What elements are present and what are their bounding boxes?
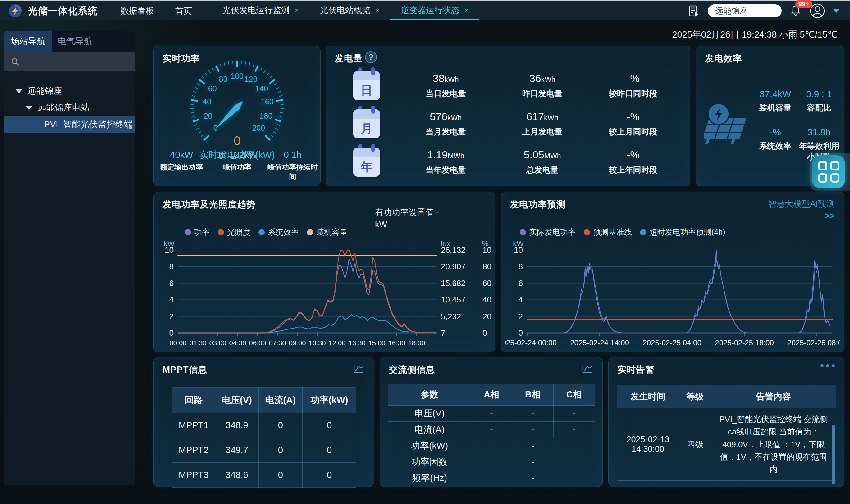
report-icon[interactable] [687, 5, 700, 17]
svg-text:0: 0 [213, 124, 218, 132]
panel-title: 发电功率预测 [510, 198, 566, 211]
svg-text:20: 20 [482, 312, 491, 321]
tree-caret-icon[interactable] [25, 106, 32, 110]
top-menu-item-1[interactable]: 首页 [165, 1, 202, 20]
svg-text:2025-02-24 14:00: 2025-02-24 14:00 [570, 339, 629, 347]
efficiency-grid: 37.4kW装机容量0.9 : 1容配比-%系统效率31.9h年等效利用小时数 [754, 89, 841, 162]
tab-close-icon[interactable]: × [375, 6, 379, 15]
svg-text:10,457: 10,457 [441, 295, 466, 304]
notifications[interactable]: 99+ [790, 4, 801, 17]
svg-text:40: 40 [482, 295, 491, 304]
legend-item[interactable]: 装机容量 [307, 227, 347, 237]
svg-text:07:30: 07:30 [269, 339, 286, 347]
tree-item-0[interactable]: 远能锦座 [4, 83, 135, 100]
ac-row: 功率因数- [388, 454, 595, 470]
ac-row: 电压(V)--- [388, 406, 595, 422]
apps-grid-icon [818, 161, 839, 183]
alarms-more-icon[interactable] [820, 364, 835, 367]
active-power-setpoint: 有功功率设置值 - kW [375, 206, 439, 231]
legend-item[interactable]: 光照度 [218, 227, 250, 237]
tree-item-1[interactable]: 远能锦座电站 [4, 100, 135, 116]
svg-text:5,232: 5,232 [441, 312, 461, 321]
svg-text:04:30: 04:30 [229, 339, 246, 347]
efficiency-stat-1: 0.9 : 1容配比 [797, 89, 841, 113]
app-title: 光储一体化系统 [28, 4, 98, 17]
alarm-row: 2025-02-13四级PVI_智能光伏监控终端 交流侧ab线电压超限 当前值为… [617, 481, 836, 484]
sidebar-tab-1[interactable]: 电气导航 [52, 31, 99, 52]
panel-alarms: 实时告警 发生时间等级告警内容2025-02-13 14:30:00四级PVI_… [608, 357, 845, 487]
mppt-row: MPPT2349.700 [172, 438, 356, 463]
station-search[interactable] [708, 4, 782, 17]
svg-text:4: 4 [518, 295, 523, 304]
alarm-scrollbar[interactable] [832, 425, 835, 484]
nav-tab-2[interactable]: 逆变器运行状态× [390, 1, 479, 20]
ac-chart-icon[interactable] [582, 364, 593, 375]
svg-text:16:30: 16:30 [388, 339, 405, 347]
panel-title: 发电量 [335, 53, 362, 65]
svg-text:6: 6 [169, 278, 174, 288]
tab-close-icon[interactable]: × [295, 6, 299, 15]
station-tree: 远能锦座远能锦座电站PVI_智能光伏监控终端 [4, 71, 135, 133]
nav-tabs: 光伏发电运行监测×光伏电站概览×逆变器运行状态× [212, 1, 479, 20]
power-stat-0: 40kW额定输出功率 [154, 150, 209, 182]
ac-row: 电流(A)--- [388, 422, 595, 438]
datetime-weather: 2025年02月26日 19:24:38 小雨 5℃/15℃ [672, 29, 837, 41]
svg-text:2025-02-24 00:00: 2025-02-24 00:00 [506, 339, 557, 347]
svg-text:80: 80 [482, 262, 491, 271]
energy-stat: 1.19MWh当年发电量 [392, 149, 499, 176]
tab-close-icon[interactable]: × [464, 6, 469, 15]
ai-forecast-link[interactable]: 智慧大模型AI预测 >> [768, 198, 835, 222]
legend-item[interactable]: 预测基准线 [584, 227, 632, 237]
topbar-right: 99+ [687, 1, 850, 20]
power-stat-2: 0.1h峰值功率持续时间 [265, 150, 320, 182]
legend-item[interactable]: 系统效率 [259, 227, 299, 237]
legend-item[interactable]: 实际发电功率 [520, 227, 576, 237]
solar-panel-icon [704, 99, 754, 152]
top-menu-item-0[interactable]: 数据看板 [110, 1, 165, 20]
nav-tab-1[interactable]: 光伏电站概览× [309, 1, 390, 20]
power-stat-1: 10.122kW峰值功率 [209, 150, 265, 182]
energy-stat: 576kWh当月发电量 [392, 111, 499, 137]
energy-row-0: 日38kWh当日发电量36kWh昨日发电量-%较昨日同时段 [335, 67, 681, 105]
svg-text:06:00: 06:00 [249, 339, 266, 347]
panel-trend-chart: 发电功率及光照度趋势 有功功率设置值 - kW 功率光照度系统效率装机容量 07… [154, 192, 495, 353]
apps-grid-button[interactable] [812, 155, 845, 188]
gauge-stats: 40kW额定输出功率10.122kW峰值功率0.1h峰值功率持续时间 [154, 150, 320, 182]
svg-text:%: % [482, 239, 489, 248]
ac-row: 功率(kW)- [388, 438, 595, 454]
tree-caret-icon[interactable] [16, 89, 22, 93]
svg-text:kW: kW [513, 239, 524, 248]
svg-text:2025-02-25 18:00: 2025-02-25 18:00 [715, 339, 774, 347]
energy-stat: 38kWh当日发电量 [392, 72, 499, 99]
user-menu-caret-icon[interactable] [833, 9, 839, 13]
alarm-row: 2025-02-13 14:30:00四级PVI_智能光伏监控终端 交流侧ca线… [617, 408, 836, 481]
avatar[interactable] [810, 3, 825, 19]
svg-text:120: 120 [245, 75, 258, 84]
panel-title: 实时告警 [617, 364, 655, 376]
topbar: 光储一体化系统 数据看板首页 光伏发电运行监测×光伏电站概览×逆变器运行状态× … [0, 1, 850, 20]
sidebar-tab-0[interactable]: 场站导航 [4, 31, 52, 52]
sidebar-search[interactable] [4, 52, 135, 71]
help-icon[interactable]: ? [365, 51, 377, 63]
svg-text:8: 8 [169, 262, 174, 271]
legend-item[interactable]: 功率 [185, 227, 210, 237]
nav-tab-0[interactable]: 光伏发电运行监测× [212, 1, 309, 20]
svg-text:80: 80 [219, 75, 228, 84]
svg-text:180: 180 [260, 111, 272, 120]
energy-stat: -%较上月同时段 [586, 111, 681, 137]
panel-energy: 发电量 ? 日38kWh当日发电量36kWh昨日发电量-%较昨日同时段月576k… [325, 46, 690, 186]
tree-item-2[interactable]: PVI_智能光伏监控终端 [4, 116, 135, 133]
station-search-input[interactable] [714, 6, 775, 16]
energy-rows: 日38kWh当日发电量36kWh昨日发电量-%较昨日同时段月576kWh当月发电… [335, 67, 681, 181]
mppt-chart-icon[interactable] [353, 364, 365, 375]
legend-item[interactable]: 短时发电功率预测(4h) [640, 227, 725, 237]
svg-text:200: 200 [252, 124, 265, 132]
brand-wrap: 光储一体化系统 [0, 1, 98, 20]
svg-text:20: 20 [204, 111, 213, 120]
notification-badge: 99+ [795, 0, 812, 8]
svg-text:60: 60 [482, 278, 491, 288]
svg-text:03:00: 03:00 [209, 339, 226, 347]
svg-text:160: 160 [261, 97, 274, 106]
panel-title: MPPT信息 [162, 364, 208, 376]
energy-stat: -%较上年同时段 [586, 149, 681, 176]
